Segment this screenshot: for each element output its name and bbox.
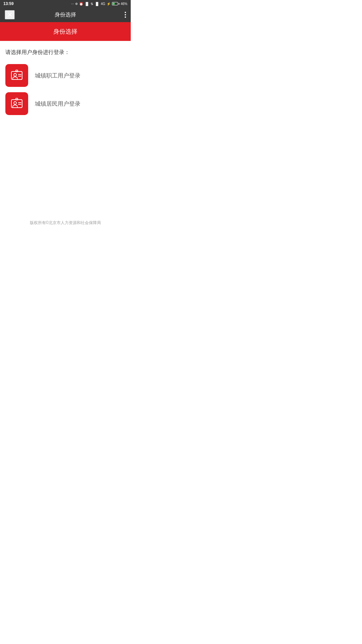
svg-point-1	[14, 73, 16, 76]
signal-bars-icon: ▐▌	[84, 2, 89, 6]
main-content: 请选择用户身份进行登录： 城镇职工用户登录	[0, 41, 131, 215]
resident-login-label: 城镇居民用户登录	[35, 100, 80, 108]
status-time: 13:59	[3, 1, 14, 6]
instruction-text: 请选择用户身份进行登录：	[5, 49, 125, 56]
more-dots-icon	[125, 12, 126, 18]
copyright-text: 版权所有©北京市人力资源和社会保障局	[30, 220, 101, 225]
alarm-icon: ⏰	[79, 2, 83, 6]
battery-percentage: 46%	[121, 2, 127, 6]
resident-login-option[interactable]: 城镇居民用户登录	[5, 92, 125, 115]
data-transfer-icon: ⇅	[90, 2, 93, 6]
status-bar: 13:59 ··· ✲ ⏰ ▐▌ ⇅ ▐▌ 4G ⚡ 46%	[0, 0, 131, 7]
more-menu-button[interactable]	[116, 12, 126, 18]
network-type-label: 4G	[101, 2, 105, 6]
signal-dots-icon: ···	[71, 2, 74, 6]
worker-login-icon-bg	[5, 64, 28, 87]
status-icons: ··· ✲ ⏰ ▐▌ ⇅ ▐▌ 4G ⚡ 46%	[71, 2, 127, 6]
resident-login-icon-bg	[5, 92, 28, 115]
battery-icon	[112, 2, 119, 5]
id-card-worker-icon	[10, 69, 23, 82]
worker-login-label: 城镇职工用户登录	[35, 72, 80, 79]
bluetooth-icon: ✲	[75, 2, 78, 6]
page-header-banner: 身份选择	[0, 22, 131, 41]
id-card-resident-icon	[10, 97, 23, 110]
close-button[interactable]: ✕	[5, 10, 15, 19]
worker-login-option[interactable]: 城镇职工用户登录	[5, 64, 125, 87]
svg-point-7	[14, 102, 16, 104]
nav-title: 身份选择	[55, 11, 76, 18]
page-header-title: 身份选择	[53, 28, 77, 36]
nav-bar: ✕ 身份选择	[0, 7, 131, 22]
footer: 版权所有©北京市人力资源和社会保障局	[0, 215, 131, 232]
signal-bars2-icon: ▐▌	[95, 2, 99, 6]
charging-icon: ⚡	[107, 2, 111, 6]
